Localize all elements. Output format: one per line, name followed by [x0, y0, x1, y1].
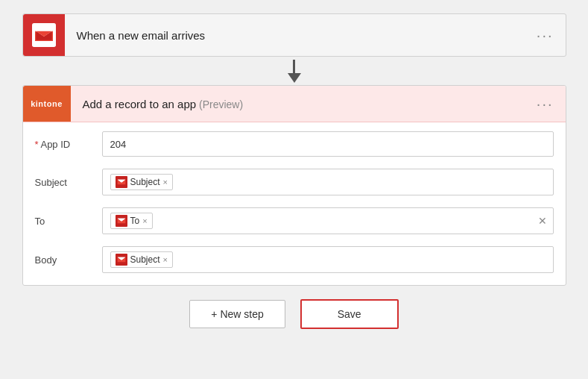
arrow-shaft — [293, 60, 295, 73]
token-to: To × — [110, 213, 153, 229]
save-button[interactable]: Save — [300, 299, 399, 329]
trigger-icon-box — [23, 14, 65, 56]
field-appid[interactable]: 204 — [102, 131, 554, 157]
gmail-token-icon-subject — [116, 176, 127, 188]
form-row-subject: Subject Subject × — [23, 163, 566, 201]
gmail-token-icon-to — [116, 215, 127, 227]
token-to-close[interactable]: × — [142, 216, 147, 225]
action-header: kintone Add a record to an app (Preview)… — [23, 86, 566, 122]
token-subject-close[interactable]: × — [163, 178, 168, 187]
token-body: Subject × — [110, 251, 173, 268]
label-appid: App ID — [35, 139, 102, 150]
new-step-button[interactable]: + New step — [189, 300, 285, 328]
kintone-badge: kintone — [23, 86, 71, 122]
action-title-preview: (Preview) — [196, 98, 243, 110]
buttons-row: + New step Save — [189, 299, 398, 329]
field-body[interactable]: Subject × — [102, 246, 554, 273]
token-body-close[interactable]: × — [163, 255, 168, 264]
action-title: Add a record to an app (Preview) — [71, 98, 525, 110]
label-to: To — [35, 216, 102, 227]
form-row-body: Body Subject × — [23, 240, 566, 279]
label-body: Body — [35, 254, 102, 266]
token-subject: Subject × — [110, 174, 173, 190]
field-to[interactable]: To × ✕ — [102, 207, 554, 234]
action-title-text: Add a record to an app — [83, 98, 197, 110]
arrow-head — [288, 73, 301, 83]
field-to-clear[interactable]: ✕ — [538, 215, 547, 227]
trigger-label: When a new email arrives — [65, 29, 525, 42]
form-row-appid: App ID 204 — [23, 125, 566, 163]
action-card: kintone Add a record to an app (Preview)… — [22, 85, 566, 286]
field-appid-value: 204 — [110, 139, 127, 150]
arrow-container — [288, 57, 301, 85]
trigger-card: When a new email arrives ··· — [22, 13, 566, 57]
token-subject-text: Subject — [130, 177, 160, 187]
token-to-text: To — [130, 216, 140, 226]
gmail-token-icon-body — [116, 254, 127, 266]
token-body-text: Subject — [130, 254, 160, 265]
trigger-menu-button[interactable]: ··· — [525, 27, 566, 44]
form-body: App ID 204 Subject — [23, 122, 566, 285]
canvas: When a new email arrives ··· kintone Add… — [0, 0, 588, 379]
field-subject[interactable]: Subject × — [102, 169, 554, 195]
form-row-to: To To × ✕ — [23, 201, 566, 240]
action-menu-button[interactable]: ··· — [525, 95, 566, 113]
label-subject: Subject — [35, 177, 102, 188]
gmail-icon — [32, 23, 56, 47]
